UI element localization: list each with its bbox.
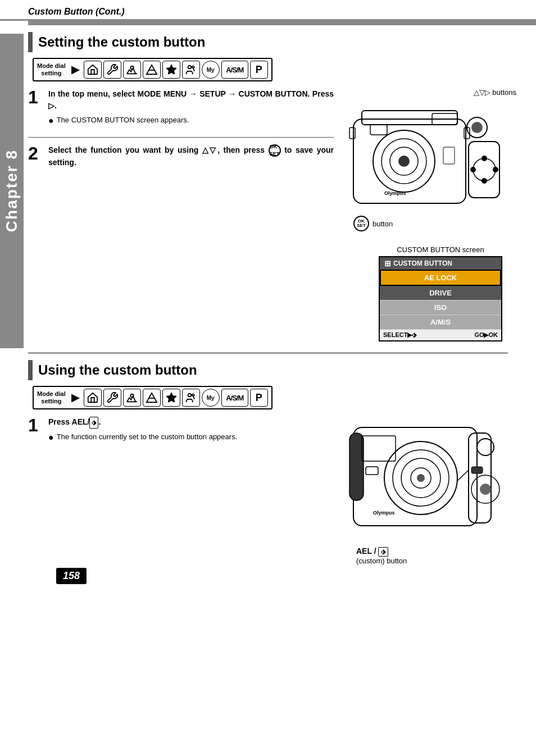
chapter-sidebar: Chapter 8 [0,34,24,348]
section2-step1-text: Press AEL/⬗. [48,416,334,429]
svg-point-32 [188,394,191,397]
step2-text: Select the function you want by using △▽… [48,144,334,168]
mode-icon2-group [182,389,200,407]
cbs-footer-right: GO▶OK [474,331,498,339]
section2-bullet-dot: ● [48,432,54,444]
step1-text: In the top menu, select MODE MENU → SETU… [48,88,334,112]
section2-right: Olympus AEL / ⬗ [345,416,536,568]
section-bar [28,32,33,52]
svg-point-47 [480,484,491,495]
section2-left: 1 Press AEL/⬗. ● The function currently … [28,416,339,568]
mode-icons: My A/S/M P [84,61,268,79]
section2-step1-number: 1 [28,416,44,443]
svg-point-12 [398,156,410,167]
svg-point-6 [192,66,194,69]
camera-top-area: △▽▷ buttons [345,88,519,234]
asm-label2: A/S/M [226,394,243,402]
mode-icon-house [84,61,102,79]
svg-rect-26 [443,147,455,164]
section2-bar [28,360,33,380]
ok-circle-inline: OKSET [269,144,281,157]
camera-bottom-area: Olympus AEL / ⬗ [345,416,519,568]
section1-title: Setting the custom button [38,34,205,50]
custom-btn-screen-section: CUSTOM BUTTON screen ⊞ CUSTOM BUTTON AE … [345,245,536,341]
step1-bullet: ● The CUSTOM BUTTON screen appears. [48,115,334,127]
svg-point-5 [188,66,191,69]
custom-btn-screen: ⊞ CUSTOM BUTTON AE LOCK DRIVE ISO A/M/S … [379,256,502,341]
buttons-label: △▽▷ buttons [474,88,516,97]
mode-icon-asm: A/S/M [221,61,248,79]
step1-content: In the top menu, select MODE MENU → SETU… [48,88,334,127]
ok-label: button [373,220,393,228]
svg-rect-8 [362,111,457,125]
step-separator [28,137,334,138]
ok-button-area: OKSET button [353,211,393,231]
step2: 2 Select the function you want by using … [28,144,334,168]
step1: 1 In the top menu, select MODE MENU → SE… [28,88,334,127]
p-label2: P [256,392,262,404]
mode-icon-peak [143,61,161,79]
mode-dial-section2: Mode dialsetting ▶ [33,386,536,409]
section-divider [28,353,508,353]
mode-icon2-peak [143,389,161,407]
section1-heading: Setting the custom button [28,32,536,52]
bullet-dot: ● [48,115,54,127]
svg-rect-24 [349,127,355,139]
section2-bullet-text: The function currently set to the custom… [57,432,238,442]
svg-marker-4 [166,65,176,74]
section1-right: △▽▷ buttons [345,88,536,341]
section2-step1: 1 Press AEL/⬗. ● The function currently … [28,416,334,443]
step2-number: 2 [28,144,44,168]
chapter-label: Chapter 8 [3,149,21,232]
mode-dial-label2: Mode dialsetting [37,390,66,405]
ael-sublabel: (custom) button [356,557,407,565]
step1-number: 1 [28,88,44,127]
page-header: Custom Button (Cont.) [0,0,536,21]
my-label2: My [207,395,215,401]
cbs-header-text: CUSTOM BUTTON [393,259,452,267]
page-number-area: 158 [28,579,58,595]
mode-icon-group [182,61,200,79]
svg-point-33 [192,394,194,397]
ael-label: AEL / ⬗ [356,546,407,557]
svg-point-15 [471,122,483,133]
svg-point-17 [473,158,496,181]
cbs-item-iso: ISO [380,300,501,315]
camera-bottom-svg: Olympus [348,416,511,551]
mode-dial-label: Mode dialsetting [37,62,66,77]
cbs-item-ams: A/M/S [380,315,501,330]
arrow-icon: ▶ [71,63,79,76]
svg-rect-13 [370,125,387,135]
mode-icons2: My A/S/M P [84,389,268,407]
mode-icon2-mountain [123,389,141,407]
screen-label: CUSTOM BUTTON screen [345,245,536,254]
section2: Using the custom button Mode dialsetting… [0,360,536,568]
mode-icon-wrench [103,61,121,79]
section1-left: 1 In the top menu, select MODE MENU → SE… [28,88,339,341]
header-title: Custom Button (Cont.) [28,7,125,16]
mode-dial-section1: Mode dialsetting ▶ [33,58,536,81]
svg-point-40 [417,474,425,482]
camera-top-svg: Olympus [348,97,511,226]
mode-icon2-house [84,389,102,407]
cbs-item-aelock: AE LOCK [380,270,501,286]
p-label: P [256,64,262,76]
svg-marker-31 [166,393,176,402]
my-label: My [207,67,215,73]
cbs-header-icon: ⊞ [384,259,391,268]
svg-point-20 [493,167,498,172]
mode-dial-row2: Mode dialsetting ▶ [33,386,272,409]
page-number: 158 [56,568,87,584]
svg-rect-48 [471,467,483,473]
svg-text:Olympus: Olympus [373,510,395,516]
mode-dial-row: Mode dialsetting ▶ [33,58,272,81]
step1-bullet-text: The CUSTOM BUTTON screen appears. [57,115,189,125]
mode-icon-star [162,61,180,79]
section2-step1-content: Press AEL/⬗. ● The function currently se… [48,416,334,443]
step2-content: Select the function you want by using △▽… [48,144,334,168]
cbs-footer: SELECT▶⬗ GO▶OK [380,330,501,340]
gray-divider [28,21,536,25]
svg-line-49 [457,470,469,481]
section2-content: 1 Press AEL/⬗. ● The function currently … [28,416,536,568]
svg-rect-42 [366,467,378,475]
